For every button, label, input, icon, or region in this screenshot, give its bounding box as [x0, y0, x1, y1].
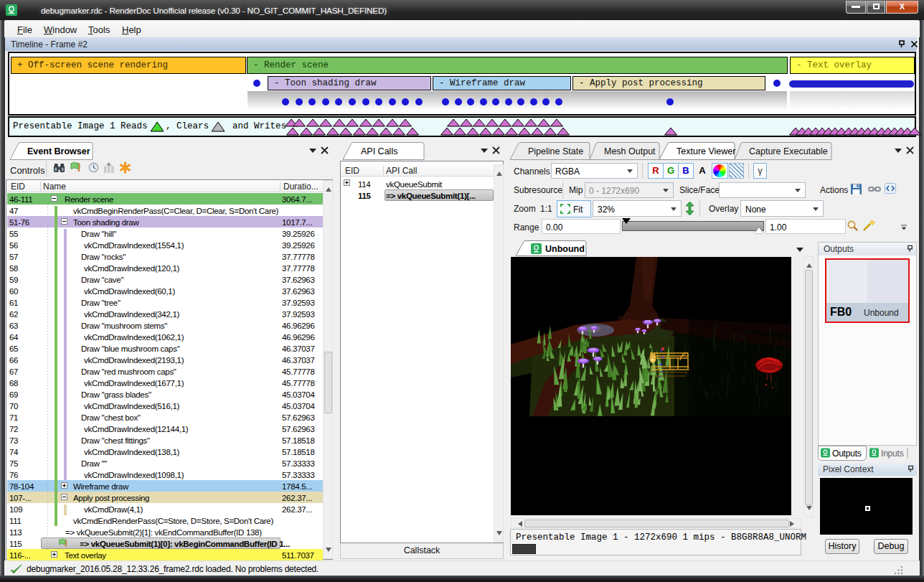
svg-text:Inputs: Inputs [881, 449, 904, 459]
svg-text:Mesh Output: Mesh Output [604, 146, 656, 156]
svg-text:Texture Viewer: Texture Viewer [676, 146, 735, 156]
svg-text:Outputs: Outputs [832, 449, 862, 459]
svg-text:Pipeline State: Pipeline State [528, 146, 583, 156]
svg-text:Event Browser: Event Browser [27, 146, 90, 156]
svg-text:API Calls: API Calls [361, 146, 397, 156]
svg-text:Capture Executable: Capture Executable [749, 146, 828, 156]
svg-text:Unbound: Unbound [545, 244, 585, 254]
